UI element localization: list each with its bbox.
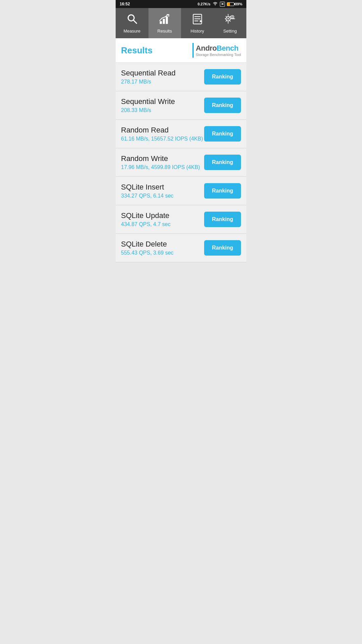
bench-item-3: Random Write 17.96 MB/s, 4599.89 IOPS (4… — [116, 148, 246, 177]
ranking-button-2[interactable]: Ranking — [204, 126, 241, 142]
navigation-tabs: Measure Results History — [116, 8, 246, 38]
bench-name-1: Sequential Write — [121, 97, 204, 106]
measure-icon — [126, 13, 138, 26]
results-icon — [159, 13, 171, 26]
bench-name-4: SQLite Insert — [121, 183, 204, 192]
bench-item-2: Random Read 61.16 MB/s, 15657.52 IOPS (4… — [116, 120, 246, 148]
bench-value-3: 17.96 MB/s, 4599.89 IOPS (4KB) — [121, 164, 204, 170]
tab-setting[interactable]: Setting — [214, 8, 247, 38]
brand-name: AndroBench — [196, 44, 241, 53]
bench-name-2: Random Read — [121, 126, 204, 135]
sim-icon: ✕ — [220, 2, 225, 7]
bench-info-0: Sequential Read 278.17 MB/s — [121, 69, 204, 85]
svg-rect-4 — [166, 16, 168, 24]
battery-percent: 39% — [235, 2, 242, 6]
bench-info-6: SQLite Delete 555.43 QPS, 3.69 sec — [121, 240, 204, 256]
svg-point-11 — [228, 18, 229, 20]
bench-name-5: SQLite Update — [121, 211, 204, 220]
status-time: 16:52 — [120, 2, 130, 6]
bench-info-4: SQLite Insert 334.27 QPS, 6.14 sec — [121, 183, 204, 199]
tab-measure-label: Measure — [123, 29, 140, 34]
wifi-icon — [213, 2, 218, 6]
bench-value-6: 555.43 QPS, 3.69 sec — [121, 250, 204, 256]
tab-history-label: History — [191, 29, 204, 34]
svg-line-18 — [226, 16, 227, 17]
network-speed: 0.27K/s — [197, 2, 210, 6]
bench-value-2: 61.16 MB/s, 15657.52 IOPS (4KB) — [121, 136, 204, 142]
results-header: Results AndroBench Storage Benchmarking … — [116, 38, 246, 63]
bench-name-0: Sequential Read — [121, 69, 204, 77]
status-right: 0.27K/s ✕ 39% — [197, 2, 242, 7]
brand-andro: Andro — [196, 44, 217, 52]
history-icon — [191, 13, 203, 26]
brand-bar-decoration — [192, 43, 194, 58]
bench-value-1: 208.33 MB/s — [121, 107, 204, 113]
ranking-button-6[interactable]: Ranking — [204, 240, 241, 256]
bench-info-2: Random Read 61.16 MB/s, 15657.52 IOPS (4… — [121, 126, 204, 142]
status-bar: 16:52 0.27K/s ✕ 39% — [116, 0, 246, 8]
setting-icon — [224, 13, 236, 26]
bench-item-1: Sequential Write 208.33 MB/s Ranking — [116, 91, 246, 120]
tab-measure[interactable]: Measure — [116, 8, 148, 38]
battery-indicator: 39% — [227, 2, 242, 6]
svg-rect-3 — [163, 19, 165, 24]
svg-line-20 — [230, 16, 230, 17]
bench-info-3: Random Write 17.96 MB/s, 4599.89 IOPS (4… — [121, 154, 204, 170]
tab-history[interactable]: History — [181, 8, 214, 38]
brand-logo: AndroBench Storage Benchmarking Tool — [192, 43, 241, 58]
bench-info-5: SQLite Update 434.87 QPS, 4.7 sec — [121, 211, 204, 227]
bench-value-4: 334.27 QPS, 6.14 sec — [121, 193, 204, 199]
bench-value-0: 278.17 MB/s — [121, 79, 204, 85]
bench-item-5: SQLite Update 434.87 QPS, 4.7 sec Rankin… — [116, 205, 246, 234]
benchmark-list: Sequential Read 278.17 MB/s Ranking Sequ… — [116, 63, 246, 262]
svg-line-21 — [226, 20, 227, 21]
tab-results-label: Results — [158, 29, 172, 34]
ranking-button-4[interactable]: Ranking — [204, 183, 241, 199]
svg-point-13 — [232, 16, 233, 18]
ranking-button-5[interactable]: Ranking — [204, 212, 241, 227]
svg-line-1 — [133, 20, 136, 23]
ranking-button-1[interactable]: Ranking — [204, 98, 241, 113]
bench-info-1: Sequential Write 208.33 MB/s — [121, 97, 204, 113]
brand-text: AndroBench Storage Benchmarking Tool — [196, 44, 241, 57]
bench-item-0: Sequential Read 278.17 MB/s Ranking — [116, 63, 246, 91]
bench-value-5: 434.87 QPS, 4.7 sec — [121, 221, 204, 227]
svg-rect-2 — [160, 21, 162, 24]
brand-bench: Bench — [217, 44, 238, 52]
tab-results[interactable]: Results — [148, 8, 181, 38]
tab-setting-label: Setting — [223, 29, 237, 34]
bench-item-4: SQLite Insert 334.27 QPS, 6.14 sec Ranki… — [116, 177, 246, 205]
bench-name-6: SQLite Delete — [121, 240, 204, 249]
bench-item-6: SQLite Delete 555.43 QPS, 3.69 sec Ranki… — [116, 234, 246, 262]
ranking-button-3[interactable]: Ranking — [204, 155, 241, 170]
bench-name-3: Random Write — [121, 154, 204, 163]
ranking-button-0[interactable]: Ranking — [204, 69, 241, 85]
page-title: Results — [121, 45, 153, 56]
svg-line-19 — [230, 20, 230, 21]
brand-subtitle: Storage Benchmarking Tool — [196, 53, 241, 57]
